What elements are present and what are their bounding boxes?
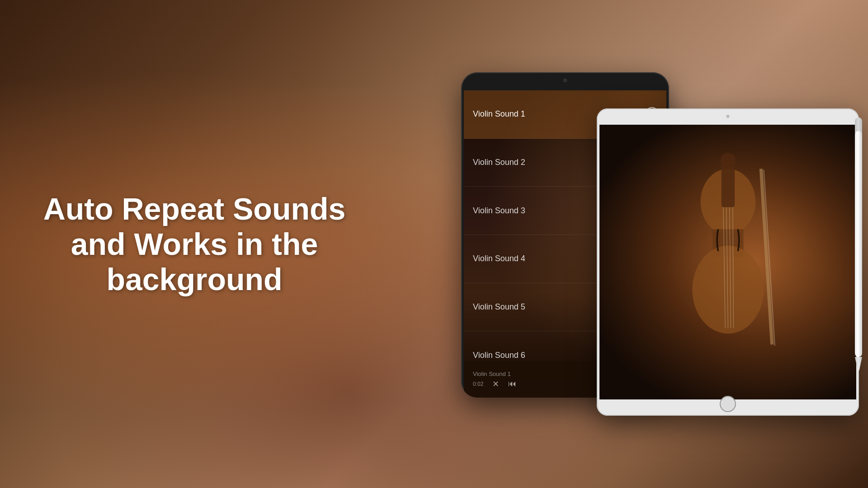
hero-text: Auto Repeat Sounds and Works in the back… — [36, 191, 353, 297]
pencil-tip — [855, 357, 862, 371]
hero-line1: Auto Repeat Sounds — [43, 192, 346, 226]
song-title-4: Violin Sound 4 — [473, 254, 525, 263]
back-icon[interactable]: ⏮ — [508, 379, 516, 389]
song-title-6: Violin Sound 6 — [473, 351, 525, 360]
song-title-3: Violin Sound 3 — [473, 206, 525, 216]
time-display: 0:02 — [473, 381, 483, 387]
shuffle-icon[interactable]: ✕ — [492, 379, 499, 389]
svg-line-9 — [761, 169, 772, 344]
hero-line3: background — [106, 262, 282, 296]
svg-point-8 — [720, 153, 736, 168]
hero-line2: and Works in the — [71, 227, 318, 261]
home-button[interactable] — [720, 396, 736, 412]
song-title-1: Violin Sound 1 — [473, 109, 525, 119]
song-title-5: Violin Sound 5 — [473, 302, 525, 312]
violin-photo — [599, 125, 856, 399]
svg-rect-7 — [721, 163, 734, 207]
apple-pencil — [854, 117, 863, 371]
white-tablet-screen — [599, 125, 856, 399]
song-title-2: Violin Sound 2 — [473, 158, 525, 167]
white-tablet — [597, 108, 859, 416]
dark-tablet-camera — [563, 79, 567, 82]
devices-container: Violin Sound 1 Violin Sound 2 Violin Sou… — [461, 63, 868, 425]
white-tablet-camera — [726, 115, 730, 118]
pencil-body — [855, 131, 862, 357]
violin-body-art — [599, 125, 856, 399]
violin-svg — [651, 152, 805, 372]
